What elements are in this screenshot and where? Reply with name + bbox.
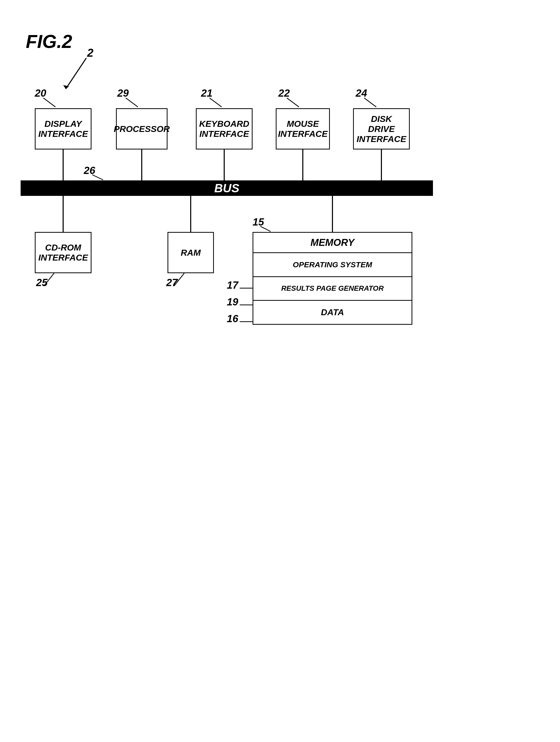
svg-text:19: 19 <box>227 296 238 308</box>
svg-line-6 <box>126 98 138 107</box>
svg-text:24: 24 <box>355 87 367 99</box>
operating-system-label: OPERATING SYSTEM <box>293 260 372 269</box>
svg-line-12 <box>364 98 376 107</box>
cdrom-interface-box: CD-ROMINTERFACE <box>35 232 92 273</box>
ram-box: RAM <box>168 232 214 273</box>
mouse-interface-label: MOUSEINTERFACE <box>278 119 328 139</box>
diagram-container: FIG.2 2 20 29 21 22 24 26 <box>20 31 536 701</box>
svg-text:17: 17 <box>227 279 239 291</box>
svg-line-8 <box>210 98 222 107</box>
processor-label: PROCESSOR <box>114 124 170 134</box>
disk-drive-interface-box: DISK DRIVEINTERFACE <box>353 108 410 150</box>
memory-box: MEMORY OPERATING SYSTEM RESULTS PAGE GEN… <box>253 232 412 325</box>
ram-label: RAM <box>181 248 201 258</box>
svg-text:26: 26 <box>83 165 95 176</box>
results-page-generator-row: RESULTS PAGE GENERATOR <box>253 277 411 301</box>
mouse-interface-box: MOUSEINTERFACE <box>276 108 330 150</box>
bus-label: BUS <box>214 181 239 195</box>
svg-text:16: 16 <box>227 313 238 324</box>
svg-text:27: 27 <box>166 277 178 288</box>
svg-line-0 <box>66 58 86 89</box>
svg-text:22: 22 <box>278 87 290 99</box>
display-interface-label: DISPLAYINTERFACE <box>39 119 88 139</box>
processor-box: PROCESSOR <box>116 108 168 150</box>
svg-text:25: 25 <box>36 277 48 288</box>
svg-text:21: 21 <box>201 87 213 99</box>
results-page-generator-label: RESULTS PAGE GENERATOR <box>281 284 384 293</box>
memory-label: MEMORY <box>311 237 354 248</box>
svg-text:15: 15 <box>253 216 264 227</box>
cdrom-interface-label: CD-ROMINTERFACE <box>39 243 88 263</box>
keyboard-interface-label: KEYBOARDINTERFACE <box>199 119 249 139</box>
svg-text:29: 29 <box>117 87 129 99</box>
disk-drive-interface-label: DISK DRIVEINTERFACE <box>356 114 406 144</box>
svg-line-10 <box>287 98 299 107</box>
data-row: DATA <box>253 301 411 324</box>
display-interface-box: DISPLAYINTERFACE <box>35 108 92 150</box>
svg-text:20: 20 <box>35 87 46 99</box>
bus-bar: BUS <box>20 180 433 196</box>
svg-line-28 <box>260 226 271 231</box>
svg-line-4 <box>43 98 55 107</box>
data-label: DATA <box>321 307 344 317</box>
operating-system-row: OPERATING SYSTEM <box>253 253 411 277</box>
svg-line-14 <box>92 175 103 180</box>
keyboard-interface-box: KEYBOARDINTERFACE <box>196 108 253 150</box>
memory-title-area: MEMORY <box>253 233 411 253</box>
svg-text:2: 2 <box>87 46 94 59</box>
